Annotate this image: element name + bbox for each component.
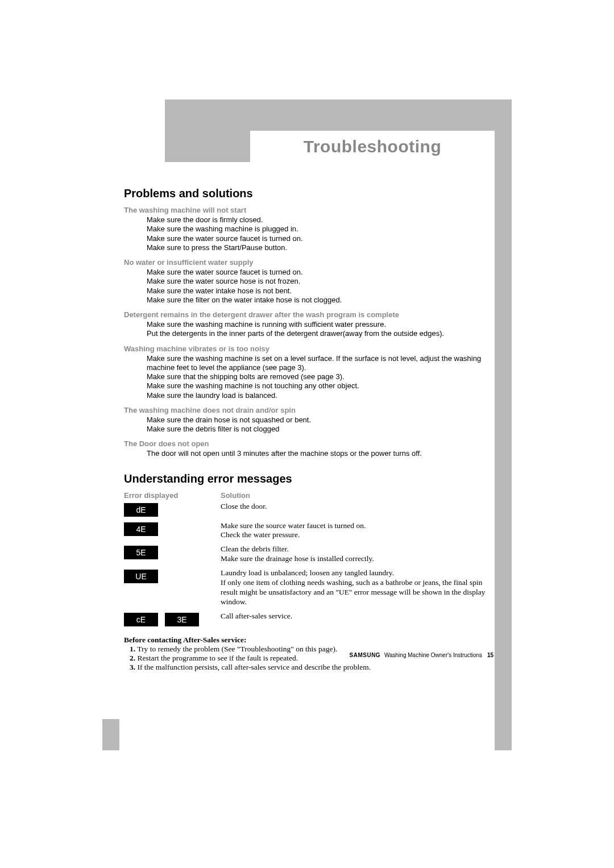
problem-title: The washing machine does not drain and/o… [124,406,493,414]
problem-item: Make sure the water source hose is not f… [147,277,493,286]
footer-brand: SAMSUNG [350,652,381,658]
problem-block: The Door does not open The door will not… [124,439,493,458]
error-row: dE Close the door. [124,502,493,517]
error-codes: cE 3E [124,612,221,626]
problem-item: Make sure the washing machine is set on … [147,354,493,373]
problem-item: Make sure the drain hose is not squashed… [147,416,493,425]
problem-item: Make sure the washing machine is running… [147,320,493,329]
error-codes: UE [124,568,221,583]
error-codes: 4E [124,521,221,536]
decor-corner [102,719,119,750]
problem-item: Make sure the filter on the water intake… [147,296,493,305]
error-solution: Laundry load is unbalanced; loosen any t… [221,568,493,607]
problem-item: Make sure the laundry load is balanced. [147,391,493,400]
error-code-badge: 3E [165,613,199,626]
error-header-right: Solution [221,491,493,500]
content: Problems and solutions The washing machi… [124,179,493,672]
page: Troubleshooting Problems and solutions T… [0,0,614,868]
error-code-badge: 5E [124,546,158,559]
error-code-badge: UE [124,570,158,583]
problem-items: Make sure the water source faucet is tur… [147,268,493,305]
error-row: cE 3E Call after-sales service. [124,612,493,626]
before-contact-item: 3. If the malfunction persists, call aft… [130,663,493,672]
error-solution: Call after-sales service. [221,612,493,621]
problem-item: Make sure that the shipping bolts are re… [147,372,493,381]
before-contact-title: Before contacting After-Sales service: [124,636,493,645]
problem-item: Make sure the water source faucet is tur… [147,268,493,277]
error-table-header: Error displayed Solution [124,491,493,500]
problem-title: The Door does not open [124,439,493,448]
problem-title: The washing machine will not start [124,206,493,214]
footer: SAMSUNG Washing Machine Owner's Instruct… [124,652,493,658]
problem-item: Make sure to press the Start/Pause butto… [147,243,493,252]
problem-title: No water or insufficient water supply [124,258,493,267]
error-row: 5E Clean the debris filter.Make sure the… [124,545,493,564]
page-title: Troubleshooting [304,137,441,156]
problem-item: Make sure the debris filter is not clogg… [147,425,493,434]
section-problems-heading: Problems and solutions [124,187,493,200]
problem-title: Washing machine vibrates or is too noisy [124,344,493,353]
error-code-badge: dE [124,503,158,517]
problem-item: The door will not open until 3 minutes a… [147,449,493,458]
problem-item: Make sure the door is firmly closed. [147,215,493,225]
problem-block: No water or insufficient water supply Ma… [124,258,493,305]
error-codes: dE [124,502,221,517]
problem-items: Make sure the washing machine is set on … [147,354,493,400]
section-errors-heading: Understanding error messages [124,472,493,485]
section-errors: Understanding error messages Error displ… [124,472,493,626]
problem-block: Washing machine vibrates or is too noisy… [124,344,493,400]
error-code-badge: 4E [124,522,158,536]
error-row: UE Laundry load is unbalanced; loosen an… [124,568,493,607]
error-solution: Close the door. [221,502,493,512]
error-code-badge: cE [124,613,158,626]
decor-sidebar [495,99,512,750]
problem-title: Detergent remains in the detergent drawe… [124,310,493,319]
problem-item: Make sure the water intake hose is not b… [147,286,493,296]
problem-block: The washing machine does not drain and/o… [124,406,493,434]
problem-item: Make sure the water source faucet is tur… [147,234,493,243]
problem-block: Detergent remains in the detergent drawe… [124,310,493,339]
error-row: 4E Make sure the source water faucet is … [124,521,493,541]
error-solution: Clean the debris filter.Make sure the dr… [221,545,493,564]
problem-item: Put the detergents in the inner parts of… [147,329,493,338]
problem-items: Make sure the drain hose is not squashed… [147,416,493,434]
problem-items: Make sure the door is firmly closed. Mak… [147,215,493,252]
footer-text: Washing Machine Owner's Instructions [384,652,482,658]
problem-items: The door will not open until 3 minutes a… [147,449,493,458]
page-title-box: Troubleshooting [250,131,495,162]
error-header-left: Error displayed [124,491,221,500]
problem-block: The washing machine will not start Make … [124,206,493,252]
error-solution: Make sure the source water faucet is tur… [221,521,493,541]
error-codes: 5E [124,545,221,559]
problem-item: Make sure the washing machine is not tou… [147,381,493,391]
problem-items: Make sure the washing machine is running… [147,320,493,339]
footer-page: 15 [487,652,493,658]
problem-item: Make sure the washing machine is plugged… [147,225,493,234]
